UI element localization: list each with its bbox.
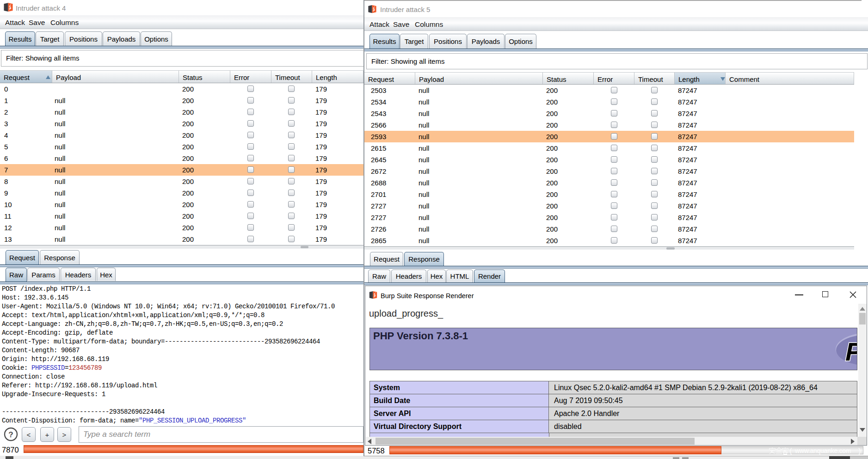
svg-text:(: (: [789, 447, 792, 455]
svg-text:P: P: [845, 337, 857, 366]
svg-text:www.anquanke.com: www.anquanke.com: [794, 447, 851, 454]
svg-text:): ): [858, 447, 861, 455]
svg-text:?: ?: [8, 430, 13, 439]
